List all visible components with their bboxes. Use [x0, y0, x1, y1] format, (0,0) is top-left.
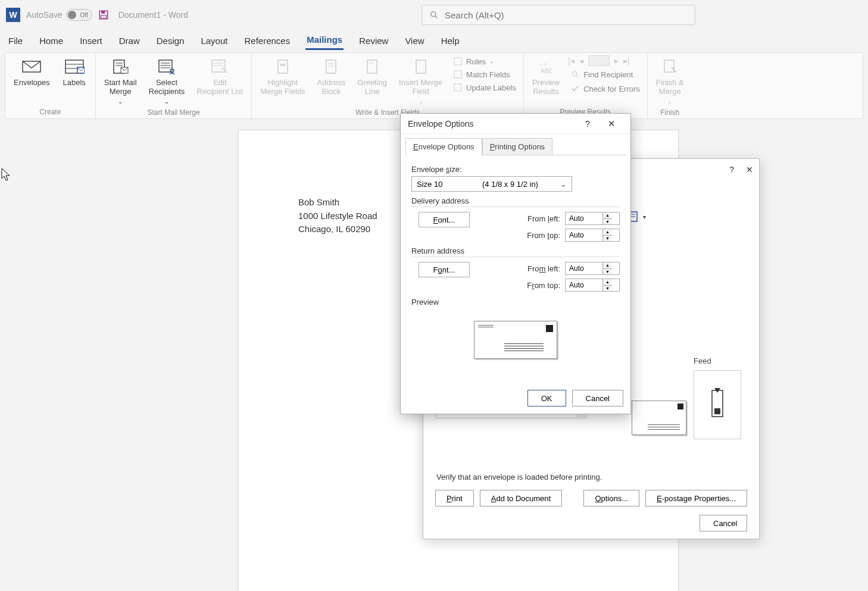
- tab-insert[interactable]: Insert: [79, 32, 104, 49]
- dialog-title: Envelope Options: [408, 119, 474, 129]
- ok-button[interactable]: OK: [527, 390, 566, 406]
- return-address-section-label: Return address: [411, 246, 620, 257]
- insert-merge-field-button: Insert Merge Field⌄: [395, 55, 446, 107]
- spin-down-icon[interactable]: ▼: [603, 236, 612, 242]
- ribbon-group-start-mail-merge: Start Mail Merge⌄ Select Recipients⌄ Edi…: [96, 53, 252, 118]
- return-from-top-input[interactable]: [566, 279, 602, 291]
- svg-point-3: [431, 12, 436, 17]
- return-from-top-spinner[interactable]: ▲▼: [565, 279, 620, 292]
- select-recipients-button[interactable]: Select Recipients⌄: [145, 55, 189, 107]
- stamp-icon: [546, 325, 553, 332]
- mail-merge-icon: [110, 58, 130, 76]
- back-dialog-close-button[interactable]: ✕: [746, 165, 753, 174]
- return-address-preview-icon: [478, 325, 494, 329]
- print-button[interactable]: Print: [435, 490, 474, 506]
- ribbon-group-create: Envelopes Labels Create: [5, 53, 96, 118]
- envelope-size-label: Envelope size:: [411, 165, 620, 174]
- tab-mailings[interactable]: Mailings: [305, 31, 344, 50]
- delivery-from-top-input[interactable]: [566, 229, 602, 241]
- svg-rect-42: [714, 408, 720, 414]
- svg-rect-32: [454, 84, 461, 91]
- recipients-icon: [157, 58, 177, 76]
- svg-line-36: [576, 76, 579, 78]
- tab-design[interactable]: Design: [155, 32, 186, 49]
- options-button[interactable]: Options...: [583, 490, 639, 506]
- search-input[interactable]: [445, 10, 688, 20]
- rules-button: Rules ⌄: [451, 55, 519, 67]
- add-to-document-button[interactable]: Add to Document: [480, 490, 562, 506]
- start-mail-merge-label: Start Mail Merge: [104, 78, 137, 96]
- autosave-control[interactable]: AutoSave Off: [26, 9, 92, 21]
- rules-icon: [453, 57, 463, 66]
- envelopes-label: Envelopes: [14, 78, 50, 87]
- tab-file[interactable]: File: [7, 32, 24, 49]
- record-number-input: [588, 55, 610, 66]
- envelope-size-dimensions: (4 1/8 x 9 1/2 in): [482, 180, 538, 189]
- svg-rect-23: [280, 64, 286, 66]
- ribbon-group-finish: Finish & Merge⌄ Finish: [648, 53, 692, 118]
- envelope-size-select[interactable]: Size 10 (4 1/8 x 9 1/2 in) ⌄: [411, 176, 572, 192]
- svg-rect-37: [664, 60, 674, 72]
- update-labels-icon: [453, 83, 463, 92]
- feed-orientation-button[interactable]: [694, 370, 741, 439]
- svg-rect-27: [367, 60, 377, 73]
- first-record-icon: |◂: [568, 56, 574, 65]
- insert-field-icon: [411, 58, 431, 76]
- tab-home[interactable]: Home: [38, 32, 64, 49]
- spin-up-icon[interactable]: ▲: [603, 229, 612, 236]
- next-record-icon: ▸: [614, 56, 619, 65]
- tab-review[interactable]: Review: [358, 32, 389, 49]
- back-dialog-help-button[interactable]: ?: [729, 165, 734, 174]
- feed-label: Feed: [694, 357, 747, 365]
- spin-down-icon[interactable]: ▼: [603, 269, 612, 275]
- delivery-from-left-input[interactable]: [566, 212, 602, 224]
- save-icon[interactable]: [98, 10, 109, 20]
- delivery-from-top-spinner[interactable]: ▲▼: [565, 229, 620, 242]
- edit-list-icon: [210, 58, 230, 76]
- spin-up-icon[interactable]: ▲: [603, 279, 612, 286]
- tab-references[interactable]: References: [243, 32, 291, 49]
- autosave-toggle[interactable]: Off: [66, 9, 92, 21]
- start-mail-merge-button[interactable]: Start Mail Merge⌄: [101, 55, 140, 107]
- return-font-button[interactable]: Font...: [419, 262, 470, 277]
- return-from-left-spinner[interactable]: ▲▼: [565, 262, 620, 275]
- spin-up-icon[interactable]: ▲: [603, 262, 612, 269]
- tab-view[interactable]: View: [404, 32, 425, 49]
- tab-envelope-options[interactable]: Envelope Options: [405, 138, 482, 155]
- group-label-start: Start Mail Merge: [101, 107, 247, 119]
- delivery-font-button[interactable]: Font...: [419, 212, 470, 227]
- spin-up-icon[interactable]: ▲: [603, 212, 612, 219]
- tab-printing-options[interactable]: Printing Options: [482, 138, 553, 155]
- greeting-line-button: Greeting Line: [354, 55, 391, 98]
- spin-down-icon[interactable]: ▼: [603, 219, 612, 225]
- svg-rect-2: [101, 15, 106, 18]
- epostage-properties-button[interactable]: E-postage Properties...: [645, 490, 747, 506]
- verify-text: Verify that an envelope is loaded before…: [436, 473, 602, 481]
- search-box[interactable]: [421, 5, 695, 25]
- labels-button[interactable]: Labels: [58, 55, 90, 89]
- envelope-icon: [21, 58, 42, 76]
- spin-down-icon[interactable]: ▼: [603, 286, 612, 292]
- finish-merge-label: Finish & Merge: [656, 78, 684, 96]
- find-recipient-button: Find Recipient: [568, 68, 642, 80]
- envelope-preview-thumbnail[interactable]: [632, 401, 686, 435]
- preview-section-label: Preview: [411, 298, 620, 308]
- tab-draw[interactable]: Draw: [118, 32, 141, 49]
- delivery-from-left-spinner[interactable]: ▲▼: [565, 212, 620, 225]
- cancel-button[interactable]: Cancel: [572, 390, 623, 406]
- chevron-down-icon: ▾: [643, 214, 646, 220]
- ribbon-tabs: File Home Insert Draw Design Layout Refe…: [0, 30, 868, 51]
- back-cancel-button[interactable]: Cancel: [700, 515, 747, 531]
- return-from-left-input[interactable]: [566, 262, 602, 274]
- envelopes-button[interactable]: Envelopes: [10, 55, 54, 89]
- highlight-icon: [273, 58, 293, 76]
- match-fields-icon: [453, 70, 463, 79]
- tab-help[interactable]: Help: [440, 32, 461, 49]
- svg-rect-22: [278, 60, 288, 73]
- finish-icon: [660, 58, 680, 76]
- dialog-help-button[interactable]: ?: [576, 118, 600, 129]
- tab-layout[interactable]: Layout: [199, 32, 229, 49]
- dialog-close-button[interactable]: ✕: [600, 118, 623, 129]
- svg-rect-29: [416, 60, 426, 73]
- greeting-line-label: Greeting Line: [357, 78, 387, 96]
